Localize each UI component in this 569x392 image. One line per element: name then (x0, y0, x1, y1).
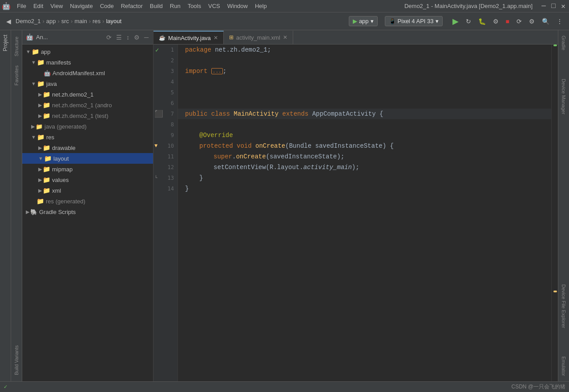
menu-refactor[interactable]: Refactor (117, 2, 146, 10)
device-manager-label[interactable]: Device Manager (560, 77, 567, 116)
tree-item-layout[interactable]: ▼ 📁 layout (22, 153, 153, 164)
breadcrumb-src[interactable]: src (61, 18, 69, 24)
refresh-button[interactable]: ↻ (463, 16, 474, 27)
gutter-row-6: 6 (153, 98, 178, 109)
tree-item-xml[interactable]: ▶ 📁 xml (22, 185, 153, 196)
search-button[interactable]: 🔍 (539, 16, 552, 27)
breadcrumb-demo2[interactable]: Demo2_1 (16, 18, 40, 24)
tree-item-values[interactable]: ▶ 📁 values (22, 174, 153, 185)
app-dropdown[interactable]: ▶ app ▾ (349, 16, 378, 26)
back-button[interactable]: ◀ (4, 16, 14, 27)
more-button[interactable]: ⋮ (554, 16, 565, 27)
code-line-2 (178, 55, 551, 66)
panel-settings-icon[interactable]: ⚙ (133, 33, 141, 42)
panel-list-icon[interactable]: ☰ (115, 33, 123, 42)
gutter-row-11: 11 (153, 151, 178, 162)
run-button[interactable]: ▶ (450, 15, 461, 28)
menu-build[interactable]: Build (146, 2, 166, 10)
device-file-explorer-label[interactable]: Device File Explorer (560, 283, 567, 330)
tab-label-main: MainActivity.java (168, 35, 211, 41)
breadcrumb-res[interactable]: res (93, 18, 101, 24)
code-content[interactable]: package net.zh.demo2_1; import ... ; (178, 44, 551, 381)
code-line-11: super . onCreate (savedInstanceState); (178, 151, 551, 162)
device-dropdown[interactable]: 📱 Pixel 4 API 33 ▾ (385, 16, 443, 26)
folder-icon-manifests: 📁 (37, 59, 44, 66)
panel-minimize-icon[interactable]: ─ (143, 33, 149, 42)
menu-run[interactable]: Run (166, 2, 184, 10)
tree-item-manifest-file[interactable]: 🤖 AndroidManifest.xml (22, 68, 153, 78)
breadcrumb-main[interactable]: main (74, 18, 87, 24)
code-lines: package net.zh.demo2_1; import ... ; (178, 44, 551, 194)
gutter: ✓ 1 2 3 4 5 (153, 44, 178, 381)
tree-item-java-gen[interactable]: ▶ 📁 java (generated) (22, 121, 153, 132)
code-line-13: } (178, 173, 551, 183)
tree-item-mipmap[interactable]: ▶ 📁 mipmap (22, 164, 153, 174)
arrow-icon-pkg1: ▶ (38, 92, 42, 97)
tree-item-java[interactable]: ▼ 📁 java (22, 78, 153, 89)
project-panel-label[interactable]: Project (2, 35, 8, 51)
menu-edit[interactable]: Edit (30, 2, 47, 10)
code-line-6 (178, 98, 551, 109)
tree-label-layout: layout (53, 155, 69, 162)
gutter-fold-end-icon: └ (154, 175, 157, 181)
menu-window[interactable]: Window (224, 2, 251, 10)
code-line-8 (178, 119, 551, 130)
gutter-fold-icon[interactable]: ▼ (154, 143, 157, 149)
arrow-icon-drawable: ▶ (38, 145, 42, 151)
menu-vcs[interactable]: VCS (205, 2, 224, 10)
android-icon: 🤖 (2, 2, 11, 11)
menu-code[interactable]: Code (97, 2, 117, 10)
emulator-label[interactable]: Emulator (560, 355, 567, 378)
folder-icon-res-gen: 📁 (36, 198, 44, 205)
tree-item-manifests[interactable]: ▼ 📁 manifests (22, 57, 153, 68)
structure-label[interactable]: Structure (13, 34, 20, 59)
close-button[interactable]: ✕ (559, 2, 567, 10)
right-panels-strip: Gradle Device Manager Device File Explor… (558, 30, 569, 381)
import-fold-icon[interactable]: ... (211, 68, 223, 74)
code-editor: ✓ 1 2 3 4 5 (153, 44, 558, 381)
breadcrumb-app[interactable]: app (46, 18, 56, 24)
tree-item-pkg3[interactable]: ▶ 📁 net.zh.demo2_1 (test) (22, 110, 153, 121)
gradle-panel-label[interactable]: Gradle (560, 34, 567, 52)
menu-file[interactable]: File (13, 2, 30, 10)
panel-sort-icon[interactable]: ↕ (125, 33, 130, 42)
favorites-label[interactable]: Favorites (13, 63, 20, 88)
build-variants-label[interactable]: Build Variants (13, 343, 20, 378)
tree-label-manifest: AndroidManifest.xml (52, 70, 105, 77)
panel-sync-icon[interactable]: ⟳ (105, 33, 113, 42)
gutter-row-7: ⬛ 7 (153, 109, 178, 119)
tab-activity-xml[interactable]: ⊞ activity_main.xml ✕ (224, 31, 293, 44)
tab-main-activity[interactable]: ☕ MainActivity.java ✕ (153, 31, 224, 44)
tab-label-xml: activity_main.xml (236, 34, 280, 41)
code-line-14: } (178, 183, 551, 194)
stop-button[interactable]: ■ (503, 16, 512, 27)
side-labels-strip: Structure Favorites Build Variants (11, 30, 22, 381)
tab-close-xml[interactable]: ✕ (283, 34, 287, 40)
panel-title: An... (36, 34, 103, 40)
tree-item-pkg1[interactable]: ▶ 📁 net.zh.demo2_1 (22, 89, 153, 100)
left-strip: Project (0, 30, 11, 381)
tree-item-res[interactable]: ▼ 📁 res (22, 132, 153, 142)
tree-item-pkg2[interactable]: ▶ 📁 net.zh.demo2_1 (andro (22, 100, 153, 110)
minimize-button[interactable]: ─ (540, 2, 548, 10)
java-file-icon: ☕ (159, 35, 165, 41)
debug-button[interactable]: 🐛 (476, 16, 488, 27)
tree-item-res-gen[interactable]: 📁 res (generated) (22, 196, 153, 206)
tab-close-main[interactable]: ✕ (214, 35, 218, 41)
menu-view[interactable]: View (47, 2, 66, 10)
menu-help[interactable]: Help (251, 2, 270, 10)
right-gutter-strip (551, 44, 558, 381)
arrow-icon-java: ▼ (31, 81, 36, 86)
tree-item-gradle[interactable]: ▶ 🐘 Gradle Scripts (22, 206, 153, 217)
profile-button[interactable]: ⚙ (490, 16, 501, 27)
breadcrumb-layout[interactable]: layout (106, 18, 121, 24)
settings-button[interactable]: ⚙ (526, 16, 537, 27)
tree-item-app[interactable]: ▼ 📁 app (22, 46, 153, 57)
sync-button[interactable]: ⟳ (514, 16, 525, 27)
gutter-row-2: 2 (153, 55, 178, 66)
xml-file-icon: ⊞ (229, 34, 234, 40)
menu-navigate[interactable]: Navigate (66, 2, 96, 10)
menu-tools[interactable]: Tools (184, 2, 205, 10)
maximize-button[interactable]: □ (549, 2, 557, 10)
tree-item-drawable[interactable]: ▶ 📁 drawable (22, 142, 153, 153)
